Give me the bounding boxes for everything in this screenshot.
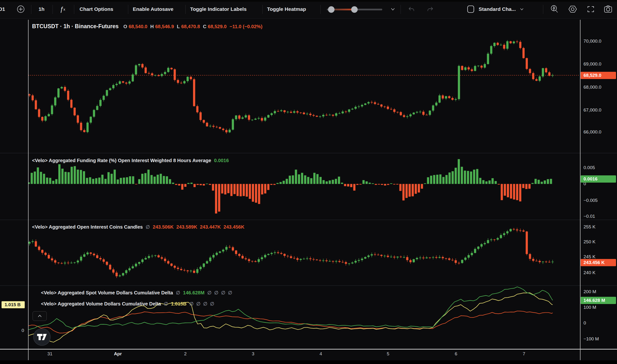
redo-button[interactable] bbox=[426, 0, 434, 18]
toggle-heatmap-button[interactable]: Toggle Heatmap bbox=[267, 0, 306, 18]
toolbar-separator bbox=[401, 5, 401, 14]
tradingview-app: D1 1h ƒx Chart Options Enable Autosave T… bbox=[0, 0, 617, 364]
toolbar-separator bbox=[543, 5, 543, 14]
quick-action-button[interactable] bbox=[550, 0, 559, 18]
flash-search-icon bbox=[550, 4, 559, 14]
tradingview-logo[interactable] bbox=[33, 328, 51, 346]
compare-add-button[interactable] bbox=[16, 0, 25, 18]
toolbar-separator bbox=[53, 5, 53, 14]
toolbar-separator bbox=[74, 5, 74, 14]
fullscreen-button[interactable] bbox=[586, 0, 595, 18]
chart-canvas[interactable] bbox=[0, 0, 617, 364]
chevron-down-icon bbox=[389, 6, 396, 13]
chart-style-button[interactable]: Standard Cha... bbox=[466, 0, 525, 18]
undo-arrow-icon bbox=[407, 5, 416, 13]
chart-area[interactable]: BTCUSDT · 1h · Binance-Futures O68,540.0… bbox=[0, 18, 617, 364]
toolbar-separator bbox=[185, 5, 185, 14]
function-fx-icon: ƒ bbox=[60, 6, 63, 13]
redo-arrow-icon bbox=[426, 5, 434, 13]
interval-button[interactable]: 1h bbox=[39, 0, 45, 18]
slider-dropdown-button[interactable] bbox=[389, 0, 396, 18]
symbol-button-clipped[interactable]: D1 bbox=[0, 0, 5, 18]
settings-hexagon-icon bbox=[568, 4, 578, 14]
fullscreen-brackets-icon bbox=[586, 5, 595, 14]
heatmap-intensity-slider[interactable] bbox=[327, 0, 383, 18]
enable-autosave-button[interactable]: Enable Autosave bbox=[133, 0, 173, 18]
chevron-up-icon bbox=[36, 312, 43, 320]
toolbar-separator bbox=[263, 5, 263, 14]
function-fx-sub: x bbox=[63, 7, 65, 11]
indicators-button[interactable]: ƒx bbox=[60, 0, 65, 18]
slider-fill bbox=[331, 9, 354, 10]
bottom-strip bbox=[0, 360, 617, 364]
camera-icon bbox=[603, 4, 613, 14]
undo-button[interactable] bbox=[407, 0, 416, 18]
layout-square-icon bbox=[466, 5, 475, 14]
slider-handle-right[interactable] bbox=[351, 6, 358, 13]
toolbar-separator bbox=[320, 5, 321, 14]
screenshot-button[interactable] bbox=[603, 0, 613, 18]
top-toolbar: D1 1h ƒx Chart Options Enable Autosave T… bbox=[0, 0, 617, 19]
chevron-down-icon bbox=[519, 6, 525, 12]
chart-options-button[interactable]: Chart Options bbox=[79, 0, 113, 18]
tradingview-mark-icon bbox=[37, 333, 47, 341]
toolbar-separator bbox=[128, 5, 128, 14]
plus-circle-icon bbox=[16, 5, 25, 13]
toolbar-separator bbox=[31, 5, 31, 14]
pane-collapse-button[interactable] bbox=[33, 311, 47, 321]
slider-handle-left[interactable] bbox=[328, 6, 335, 13]
toggle-indicator-labels-button[interactable]: Toggle Indicator Labels bbox=[190, 0, 247, 18]
settings-button[interactable] bbox=[568, 0, 578, 18]
